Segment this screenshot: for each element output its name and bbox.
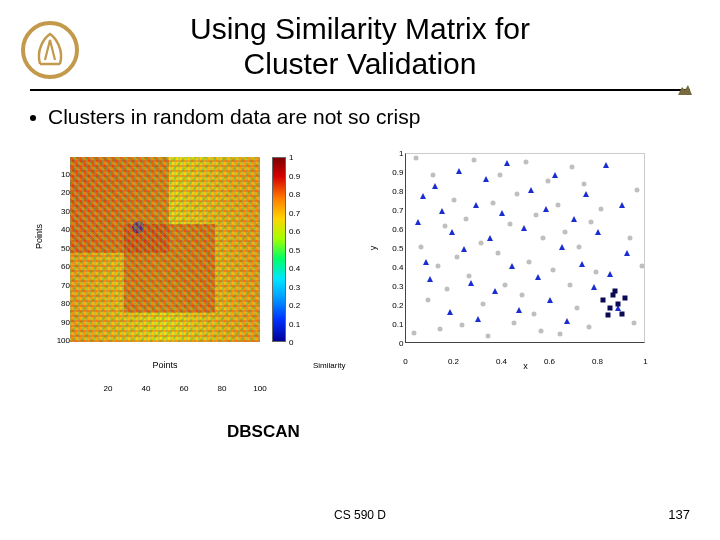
heatmap-ylabel: Points: [34, 224, 44, 249]
title-divider: [30, 89, 690, 91]
svg-point-0: [23, 23, 77, 77]
colorbar-label: Similarity: [313, 361, 345, 370]
title-line-2: Cluster Validation: [244, 47, 477, 80]
heatmap-colorbar: 10.90.80.70.60.50.40.30.20.10: [272, 157, 313, 342]
slide-title: Using Similarity Matrix for Cluster Vali…: [0, 0, 720, 81]
algorithm-label: DBSCAN: [227, 422, 300, 442]
griffin-icon: [676, 81, 694, 99]
footer-page-number: 137: [668, 507, 690, 522]
heatmap-canvas: [70, 157, 260, 342]
colorbar-strip: [272, 157, 286, 342]
scatter-plot: [405, 153, 645, 343]
scatter-ylabel: y: [369, 246, 379, 251]
scatter-xlabel: x: [405, 361, 645, 371]
footer-course: CS 590 D: [334, 508, 386, 522]
bullet-item: Clusters in random data are not so crisp: [30, 105, 700, 129]
bullet-dot-icon: [30, 115, 36, 121]
scatter-yticks: 00.10.20.30.40.50.60.70.80.91: [381, 153, 403, 343]
figures-row: Points 102030405060708090100 20406080100…: [40, 157, 720, 370]
scatter-plot-wrap: y 00.10.20.30.40.50.60.70.80.91 00.20.40…: [405, 153, 645, 343]
similarity-heatmap: Points 102030405060708090100 20406080100…: [40, 157, 345, 370]
purdue-seal-icon: [20, 20, 80, 80]
title-line-1: Using Similarity Matrix for: [190, 12, 530, 45]
heatmap-xlabel: Points: [70, 360, 260, 370]
colorbar-ticks: 10.90.80.70.60.50.40.30.20.10: [289, 157, 313, 342]
heatmap-yticks: 102030405060708090100: [48, 157, 70, 342]
bullet-text: Clusters in random data are not so crisp: [48, 105, 420, 129]
